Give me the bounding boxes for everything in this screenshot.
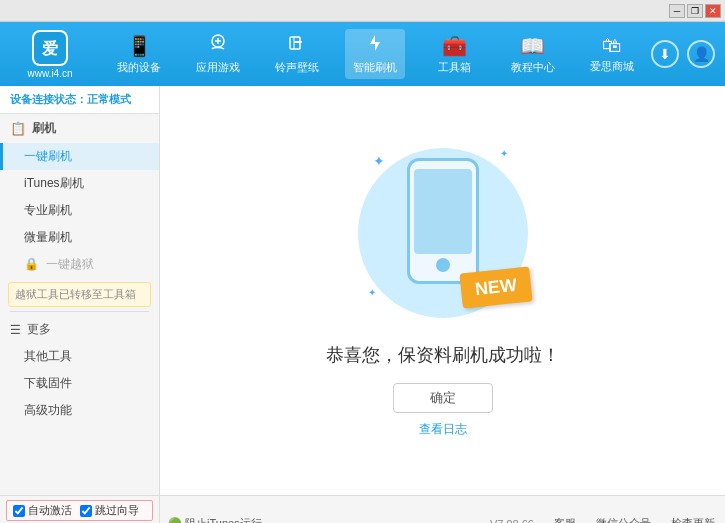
sparkle-bottom-left: ✦ — [368, 287, 376, 298]
sidebar: 设备连接状态：正常模式 📋 刷机 一键刷机 iTunes刷机 专业刷机 微量刷机… — [0, 86, 160, 495]
flash-section-header: 📋 刷机 — [0, 114, 159, 143]
phone-body — [407, 158, 479, 284]
itunes-status: 🟢 阻止iTunes运行 — [168, 516, 262, 523]
toolbox-icon: 🧰 — [442, 34, 467, 58]
jailbreak-warning: 越狱工具已转移至工具箱 — [8, 282, 151, 307]
warning-text: 越狱工具已转移至工具箱 — [15, 288, 136, 300]
customer-service-link[interactable]: 客服 — [554, 516, 576, 523]
sidebar-item-micro-flash[interactable]: 微量刷机 — [0, 224, 159, 251]
sidebar-item-jailbreak-disabled: 🔒 一键越狱 — [0, 251, 159, 278]
nav-smart-flash[interactable]: 智能刷机 — [345, 29, 405, 79]
sidebar-item-other-tools[interactable]: 其他工具 — [0, 343, 159, 370]
phone-screen — [414, 169, 472, 254]
jailbreak-label: 一键越狱 — [46, 257, 94, 271]
download-firmware-label: 下载固件 — [24, 376, 72, 390]
more-section-icon: ☰ — [10, 323, 21, 337]
close-button[interactable]: ✕ — [705, 4, 721, 18]
version-label: V7.98.66 — [490, 518, 534, 524]
more-section-label: 更多 — [27, 321, 51, 338]
lock-icon: 🔒 — [24, 257, 39, 271]
logo-url: www.i4.cn — [27, 68, 72, 79]
title-bar: ─ ❐ ✕ — [0, 0, 725, 22]
auto-activate-input[interactable] — [13, 505, 25, 517]
toolbox-label: 工具箱 — [438, 60, 471, 75]
store-icon: 🛍 — [602, 34, 622, 57]
sidebar-item-download-firmware[interactable]: 下载固件 — [0, 370, 159, 397]
bottom-right-section: 🟢 阻止iTunes运行 V7.98.66 客服 微信公众号 检查更新 — [160, 496, 725, 523]
smart-flash-icon — [365, 33, 385, 58]
sidebar-item-advanced[interactable]: 高级功能 — [0, 397, 159, 424]
svg-rect-5 — [294, 41, 302, 43]
download-button[interactable]: ⬇ — [651, 40, 679, 68]
success-message: 恭喜您，保资料刷机成功啦！ — [326, 343, 560, 367]
phone-home-btn — [436, 258, 450, 272]
my-device-label: 我的设备 — [117, 60, 161, 75]
nav-tutorial[interactable]: 📖 教程中心 — [503, 30, 563, 79]
store-label: 爱思商城 — [590, 59, 634, 74]
phone-illustration: ✦ ✦ ✦ NEW — [353, 143, 533, 323]
apps-games-label: 应用游戏 — [196, 60, 240, 75]
nav-store[interactable]: 🛍 爱思商城 — [582, 30, 642, 78]
apps-games-icon — [208, 33, 228, 58]
confirm-button[interactable]: 确定 — [393, 383, 493, 413]
status-value: 正常模式 — [87, 93, 131, 105]
bottom-left-section: 自动激活 跳过向导 📱 iPhone 12 mini 64GB Down-12m… — [0, 496, 160, 523]
nav-ringtones[interactable]: 铃声壁纸 — [267, 29, 327, 79]
main-area: 设备连接状态：正常模式 📋 刷机 一键刷机 iTunes刷机 专业刷机 微量刷机… — [0, 86, 725, 495]
one-key-flash-label: 一键刷机 — [24, 149, 72, 163]
header-right-buttons: ⬇ 👤 — [651, 40, 715, 68]
sidebar-divider — [10, 311, 149, 312]
check-update-link[interactable]: 检查更新 — [671, 516, 715, 523]
connection-status: 设备连接状态：正常模式 — [0, 86, 159, 114]
skip-wizard-checkbox[interactable]: 跳过向导 — [80, 503, 139, 518]
content-area: ✦ ✦ ✦ NEW 恭喜您，保资料刷机成功啦！ 确定 查看日志 — [160, 86, 725, 495]
more-section-header: ☰ 更多 — [0, 316, 159, 343]
nav-toolbox[interactable]: 🧰 工具箱 — [424, 30, 484, 79]
sidebar-item-pro-flash[interactable]: 专业刷机 — [0, 197, 159, 224]
sparkle-left: ✦ — [373, 153, 385, 169]
advanced-label: 高级功能 — [24, 403, 72, 417]
svg-text:爱: 爱 — [42, 39, 58, 57]
user-button[interactable]: 👤 — [687, 40, 715, 68]
auto-activate-label: 自动激活 — [28, 503, 72, 518]
minimize-button[interactable]: ─ — [669, 4, 685, 18]
checkbox-group: 自动激活 跳过向导 — [6, 500, 153, 521]
flash-section-icon: 📋 — [10, 121, 26, 136]
logo-icon: 爱 — [32, 30, 68, 66]
skip-wizard-label: 跳过向导 — [95, 503, 139, 518]
tutorial-label: 教程中心 — [511, 60, 555, 75]
nav-bar: 📱 我的设备 应用游戏 铃声壁纸 — [100, 29, 651, 79]
ringtones-icon — [287, 33, 307, 58]
pro-flash-label: 专业刷机 — [24, 203, 72, 217]
sparkle-top-right: ✦ — [500, 148, 508, 159]
other-tools-label: 其他工具 — [24, 349, 72, 363]
tutorial-icon: 📖 — [520, 34, 545, 58]
smart-flash-label: 智能刷机 — [353, 60, 397, 75]
header: 爱 www.i4.cn 📱 我的设备 应用游戏 — [0, 22, 725, 86]
logo[interactable]: 爱 www.i4.cn — [10, 30, 90, 79]
auto-activate-checkbox[interactable]: 自动激活 — [13, 503, 72, 518]
restore-button[interactable]: ❐ — [687, 4, 703, 18]
retry-link[interactable]: 查看日志 — [419, 421, 467, 438]
nav-apps-games[interactable]: 应用游戏 — [188, 29, 248, 79]
nav-my-device[interactable]: 📱 我的设备 — [109, 30, 169, 79]
new-badge: NEW — [459, 266, 532, 308]
my-device-icon: 📱 — [127, 34, 152, 58]
sidebar-item-one-key-flash[interactable]: 一键刷机 — [0, 143, 159, 170]
micro-flash-label: 微量刷机 — [24, 230, 72, 244]
ringtones-label: 铃声壁纸 — [275, 60, 319, 75]
itunes-flash-label: iTunes刷机 — [24, 176, 84, 190]
bottom-bar: 自动激活 跳过向导 📱 iPhone 12 mini 64GB Down-12m… — [0, 495, 725, 523]
skip-wizard-input[interactable] — [80, 505, 92, 517]
flash-section-label: 刷机 — [32, 120, 56, 137]
status-label-prefix: 设备连接状态： — [10, 93, 87, 105]
sidebar-item-itunes-flash[interactable]: iTunes刷机 — [0, 170, 159, 197]
wechat-link[interactable]: 微信公众号 — [596, 516, 651, 523]
